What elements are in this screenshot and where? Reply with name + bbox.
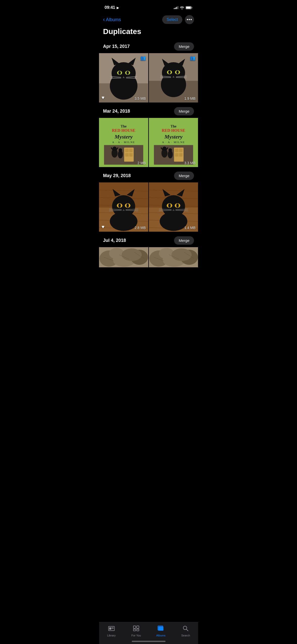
wifi-icon <box>180 6 184 9</box>
photo-thumb-3-2[interactable]: 1.4 MB <box>149 182 198 232</box>
photo-overlay-1-2: 1.9 MB <box>149 94 198 103</box>
svg-rect-40 <box>125 148 129 152</box>
photo-thumb-2-1[interactable]: The RED HOUSE Mystery A · A · MILNE <box>99 118 148 167</box>
file-size-1-1: 3.5 MB <box>135 96 146 101</box>
svg-rect-58 <box>179 148 182 152</box>
file-size-2-1: 2 MB <box>138 161 146 165</box>
svg-point-12 <box>126 71 129 75</box>
group-date-4: Jul 4, 2018 <box>103 238 126 243</box>
svg-line-30 <box>160 78 171 78</box>
photo-thumb-2-2[interactable]: The RED HOUSE Mystery A · A · MILNE <box>149 118 198 167</box>
svg-point-26 <box>168 71 171 74</box>
group-header-3: May 29, 2018 Merge <box>99 169 198 182</box>
photo-overlay-3-1: 2.8 MB <box>99 224 148 232</box>
photos-row-2: The RED HOUSE Mystery A · A · MILNE <box>99 118 198 167</box>
back-chevron-icon: ‹ <box>103 16 105 23</box>
file-size-3-1: 2.8 MB <box>135 226 146 230</box>
photo-overlay-1-1: 3.5 MB <box>99 94 148 103</box>
duplicate-group-4: Jul 4, 2018 Merge <box>99 234 198 267</box>
svg-text:RED HOUSE: RED HOUSE <box>162 128 185 132</box>
svg-rect-2 <box>192 7 192 8</box>
file-size-3-2: 1.4 MB <box>184 226 195 230</box>
svg-rect-88 <box>120 215 128 221</box>
svg-text:Mystery: Mystery <box>164 133 182 140</box>
svg-point-98 <box>162 195 185 217</box>
merge-button-3[interactable]: Merge <box>174 172 194 180</box>
photo-thumb-3-1[interactable]: ♥ 2.8 MB <box>99 182 148 232</box>
photo-overlay-3-2: 1.4 MB <box>149 224 198 232</box>
nav-header: ‹ Albums Select ••• <box>99 13 198 26</box>
svg-point-81 <box>118 204 121 208</box>
rock-photo-1 <box>99 247 148 267</box>
merge-button-2[interactable]: Merge <box>174 107 194 115</box>
duplicate-group-1: Apr 15, 2017 Merge <box>99 40 198 103</box>
svg-text:A · A · MILNE: A · A · MILNE <box>112 140 135 143</box>
svg-point-47 <box>119 148 122 152</box>
status-icons <box>174 6 192 9</box>
page-title: Duplicates <box>99 26 198 40</box>
photo-thumb-1-1[interactable]: ♥ 👥 3.5 MB <box>99 53 148 103</box>
battery-icon <box>186 6 192 9</box>
people-icon-1-1: 👥 <box>140 55 146 61</box>
svg-rect-57 <box>175 148 178 152</box>
photo-thumb-4-1[interactable] <box>99 247 148 267</box>
svg-text:Mystery: Mystery <box>114 133 133 140</box>
photo-thumb-4-2[interactable] <box>149 247 198 267</box>
file-size-2-2: 3.3 MB <box>184 161 195 165</box>
svg-text:RED HOUSE: RED HOUSE <box>112 128 135 132</box>
svg-point-76 <box>112 195 135 217</box>
photos-row-4 <box>99 247 198 267</box>
back-button[interactable]: ‹ Albums <box>103 16 121 23</box>
svg-text:The: The <box>171 124 176 128</box>
status-bar: 09:41 ▶ <box>99 0 198 13</box>
svg-point-125 <box>171 248 191 261</box>
back-label: Albums <box>106 17 121 22</box>
group-date-2: Mar 24, 2018 <box>103 109 130 114</box>
status-time: 09:41 <box>105 5 115 10</box>
svg-line-15 <box>110 78 121 78</box>
svg-point-64 <box>168 148 172 152</box>
svg-point-27 <box>176 71 179 74</box>
photos-row-3: ♥ 2.8 MB <box>99 182 198 232</box>
more-button[interactable]: ••• <box>185 15 194 24</box>
merge-button-1[interactable]: Merge <box>174 42 194 51</box>
svg-point-6 <box>112 62 136 84</box>
svg-rect-41 <box>129 148 133 152</box>
svg-rect-42 <box>125 153 129 156</box>
svg-line-17 <box>126 78 137 78</box>
rock-photo-2 <box>149 247 198 267</box>
people-icon-1-2: 👥 <box>190 55 195 61</box>
photo-overlay-2-2: 3.3 MB <box>149 159 198 167</box>
photo-thumb-1-2[interactable]: 👥 1.9 MB <box>149 53 198 103</box>
nav-actions: Select ••• <box>162 15 194 24</box>
svg-rect-1 <box>186 7 191 9</box>
group-header-1: Apr 15, 2017 Merge <box>99 40 198 53</box>
svg-point-82 <box>126 204 129 208</box>
svg-point-103 <box>168 204 171 208</box>
svg-line-32 <box>176 78 187 78</box>
group-date-1: Apr 15, 2017 <box>103 44 130 49</box>
duplicate-group-3: May 29, 2018 Merge <box>99 169 198 232</box>
file-size-1-2: 1.9 MB <box>184 96 195 101</box>
group-header-4: Jul 4, 2018 Merge <box>99 234 198 247</box>
scroll-area: Apr 15, 2017 Merge <box>99 40 198 292</box>
svg-rect-43 <box>129 153 133 156</box>
location-icon: ▶ <box>117 6 119 10</box>
group-header-2: Mar 24, 2018 Merge <box>99 105 198 118</box>
svg-point-104 <box>176 204 179 208</box>
svg-rect-60 <box>179 153 182 156</box>
group-date-3: May 29, 2018 <box>103 173 131 178</box>
signal-icon <box>174 6 178 9</box>
photo-overlay-2-1: 2 MB <box>99 159 148 167</box>
svg-point-11 <box>118 71 121 75</box>
svg-text:The: The <box>121 124 126 128</box>
svg-text:A · A · MILNE: A · A · MILNE <box>162 140 185 143</box>
photos-row-1: ♥ 👥 3.5 MB <box>99 53 198 103</box>
select-button[interactable]: Select <box>162 15 182 24</box>
duplicate-group-2: Mar 24, 2018 Merge The RED HOUSE Mystery… <box>99 105 198 167</box>
svg-point-116 <box>122 248 142 261</box>
svg-rect-59 <box>175 153 178 156</box>
svg-rect-110 <box>169 215 177 221</box>
merge-button-4[interactable]: Merge <box>174 236 194 245</box>
